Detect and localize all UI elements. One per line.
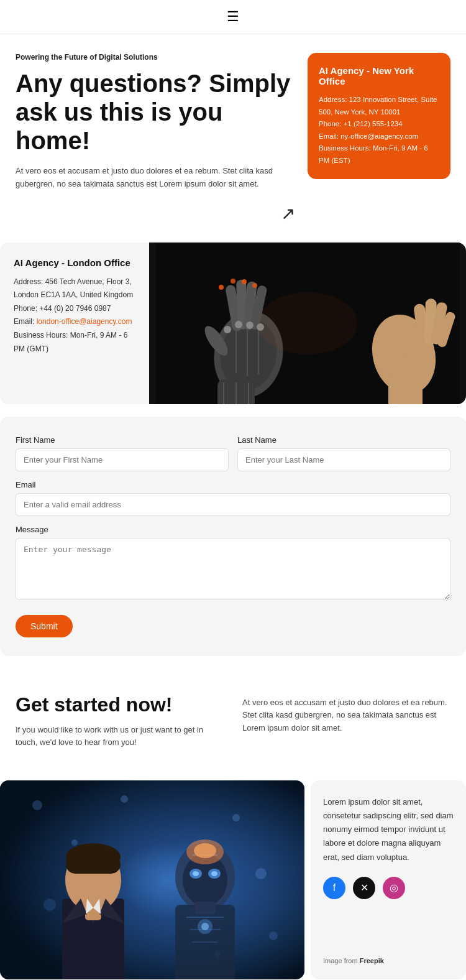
freepik-brand: Freepik xyxy=(360,957,384,964)
london-hours: Business Hours: Mon-Fri, 9 AM - 6 PM (GM… xyxy=(14,329,135,356)
human-ai-image xyxy=(0,780,304,979)
first-name-input[interactable] xyxy=(16,448,229,471)
london-office-info: Address: 456 Tech Avenue, Floor 3, Londo… xyxy=(14,275,135,356)
last-name-label: Last Name xyxy=(237,435,450,445)
svg-point-36 xyxy=(255,868,267,879)
social-card-text: Lorem ipsum dolor sit amet, consetetur s… xyxy=(323,795,454,864)
london-office-card: AI Agency - London Office Address: 456 T… xyxy=(0,243,149,404)
first-name-group: First Name xyxy=(16,435,229,471)
london-office-title: AI Agency - London Office xyxy=(14,257,135,268)
london-phone: Phone: +44 (0) 20 7946 0987 xyxy=(14,302,135,316)
hero-tagline: Powering the Future of Digital Solutions xyxy=(16,53,295,62)
hero-title: Any questions? Simply ask us this is you… xyxy=(16,69,295,155)
svg-point-19 xyxy=(235,321,242,328)
get-started-description: At vero eos et accusam et justo duo dolo… xyxy=(242,693,450,735)
first-name-label: First Name xyxy=(16,435,229,445)
svg-point-18 xyxy=(224,326,231,333)
get-started-section: Get started now! If you would like to wo… xyxy=(0,668,466,775)
london-address: Address: 456 Tech Avenue, Floor 3, Londo… xyxy=(14,275,135,302)
ny-office-card: AI Agency - New York Office Address: 123… xyxy=(308,53,450,179)
ny-office-info: Address: 123 Innovation Street, Suite 50… xyxy=(319,94,439,167)
get-started-title: Get started now! xyxy=(16,693,224,716)
hero-arrow-icon[interactable]: ↗ xyxy=(16,203,295,224)
svg-rect-46 xyxy=(66,855,121,874)
freepik-prefix: Image from xyxy=(323,957,360,964)
facebook-symbol: f xyxy=(333,882,336,894)
svg-point-32 xyxy=(32,800,42,810)
social-card: Lorem ipsum dolor sit amet, consetetur s… xyxy=(311,780,466,979)
svg-point-37 xyxy=(269,931,278,940)
twitter-icon[interactable]: ✕ xyxy=(353,877,375,899)
social-icons-row: f ✕ ◎ xyxy=(323,877,454,899)
email-group: Email xyxy=(16,480,450,516)
freepik-attribution: Image from Freepik xyxy=(323,957,454,964)
ny-office-title: AI Agency - New York Office xyxy=(319,65,439,86)
ny-office-phone: Phone: +1 (212) 555-1234 xyxy=(319,118,439,131)
human-ai-svg xyxy=(0,780,304,979)
svg-point-34 xyxy=(43,899,56,911)
message-textarea[interactable] xyxy=(16,538,450,600)
robot-hand-image xyxy=(149,243,466,404)
contact-form-section: First Name Last Name Email Message Submi… xyxy=(0,417,466,656)
svg-point-25 xyxy=(252,283,257,288)
svg-point-33 xyxy=(71,839,78,846)
twitter-symbol: ✕ xyxy=(360,882,368,894)
email-label: Email xyxy=(16,480,450,489)
london-email-link[interactable]: london-office@aiagency.com xyxy=(37,317,132,326)
svg-point-23 xyxy=(231,279,235,284)
message-label: Message xyxy=(16,525,450,534)
ny-office-email: Email: ny-office@aiagency.com xyxy=(319,131,439,143)
instagram-symbol: ◎ xyxy=(390,882,398,894)
london-email-label: Email: london-office@aiagency.com xyxy=(14,315,135,329)
svg-point-22 xyxy=(219,285,224,290)
instagram-icon[interactable]: ◎ xyxy=(383,877,405,899)
svg-point-24 xyxy=(242,279,247,284)
london-image-row: AI Agency - London Office Address: 456 T… xyxy=(0,243,466,404)
hamburger-icon[interactable]: ☰ xyxy=(227,9,239,25)
bottom-section: Lorem ipsum dolor sit amet, consetetur s… xyxy=(0,780,466,979)
svg-point-57 xyxy=(211,871,217,876)
svg-point-39 xyxy=(121,795,128,803)
svg-point-66 xyxy=(201,923,209,930)
get-started-left: Get started now! If you would like to wo… xyxy=(16,693,224,750)
hero-left: Powering the Future of Digital Solutions… xyxy=(16,53,295,224)
svg-point-35 xyxy=(232,814,240,821)
hero-section: Powering the Future of Digital Solutions… xyxy=(0,34,466,236)
site-header: ☰ xyxy=(0,0,466,34)
get-started-subtitle: If you would like to work with us or jus… xyxy=(16,724,224,750)
svg-point-20 xyxy=(246,321,254,329)
svg-rect-7 xyxy=(388,373,423,404)
email-input[interactable] xyxy=(16,493,450,516)
ny-office-address: Address: 123 Innovation Street, Suite 50… xyxy=(319,94,439,118)
ny-office-hours: Business Hours: Mon-Fri, 9 AM - 6 PM (ES… xyxy=(319,142,439,167)
facebook-icon[interactable]: f xyxy=(323,877,345,899)
name-row: First Name Last Name xyxy=(16,435,450,471)
last-name-input[interactable] xyxy=(237,448,450,471)
svg-point-60 xyxy=(194,843,216,858)
svg-rect-67 xyxy=(194,902,216,914)
last-name-group: Last Name xyxy=(237,435,450,471)
svg-point-30 xyxy=(258,292,357,354)
hero-description: At vero eos et accusam et justo duo dolo… xyxy=(16,165,295,191)
submit-button[interactable]: Submit xyxy=(16,615,73,637)
svg-point-56 xyxy=(193,871,199,876)
message-group: Message xyxy=(16,525,450,600)
robot-hands-svg xyxy=(149,243,466,404)
